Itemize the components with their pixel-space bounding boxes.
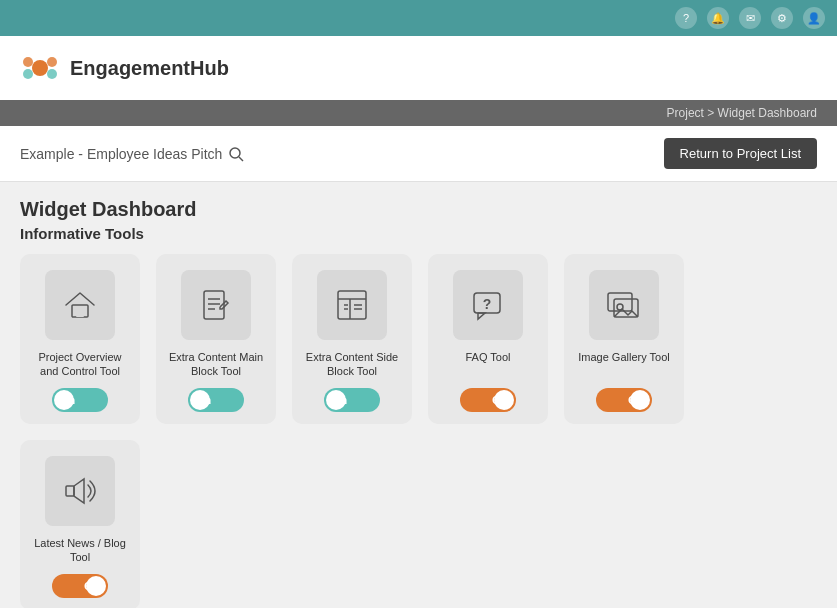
latest-news-toggle[interactable]: Off xyxy=(52,574,108,598)
top-navigation: ? 🔔 ✉ ⚙ 👤 xyxy=(0,0,837,36)
user-icon[interactable]: 👤 xyxy=(803,7,825,29)
extra-content-side-toggle[interactable]: On xyxy=(324,388,380,412)
header-row: Example - Employee Ideas Pitch Return to… xyxy=(0,126,837,182)
faq-toggle-thumb xyxy=(494,390,514,410)
project-overview-toggle[interactable]: On xyxy=(52,388,108,412)
section-title-informative: Informative Tools xyxy=(20,225,817,242)
project-overview-label: Project Overview and Control Tool xyxy=(30,350,130,380)
informative-tools-grid: Project Overview and Control ToolOnExtra… xyxy=(20,254,817,608)
tool-card-project-overview[interactable]: Project Overview and Control ToolOn xyxy=(20,254,140,424)
search-area: Example - Employee Ideas Pitch xyxy=(20,146,244,162)
svg-marker-21 xyxy=(478,313,485,319)
latest-news-toggle-thumb xyxy=(86,576,106,596)
bell-icon[interactable]: 🔔 xyxy=(707,7,729,29)
mail-icon[interactable]: ✉ xyxy=(739,7,761,29)
logo-icon xyxy=(20,48,60,88)
tool-card-latest-news[interactable]: Latest News / Blog ToolOff xyxy=(20,440,140,608)
extra-content-main-icon-box xyxy=(181,270,251,340)
faq-icon-box: ? xyxy=(453,270,523,340)
faq-label: FAQ Tool xyxy=(465,350,510,380)
tool-card-extra-content-main[interactable]: Extra Content Main Block ToolOn xyxy=(156,254,276,424)
image-gallery-icon-box xyxy=(589,270,659,340)
image-gallery-toggle[interactable]: Off xyxy=(596,388,652,412)
faq-toggle[interactable]: Off xyxy=(460,388,516,412)
return-to-project-list-button[interactable]: Return to Project List xyxy=(664,138,817,169)
search-icon[interactable] xyxy=(228,146,244,162)
tool-card-image-gallery[interactable]: Image Gallery ToolOff xyxy=(564,254,684,424)
svg-point-4 xyxy=(47,69,57,79)
svg-point-3 xyxy=(23,69,33,79)
page-title: Widget Dashboard xyxy=(20,198,817,221)
breadcrumb: Project > Widget Dashboard xyxy=(0,100,837,126)
extra-content-main-toggle-thumb xyxy=(190,390,210,410)
svg-rect-8 xyxy=(76,309,84,317)
question-icon[interactable]: ? xyxy=(675,7,697,29)
project-overview-icon-box xyxy=(45,270,115,340)
logo-bar: EngagementHub xyxy=(0,36,837,100)
svg-line-6 xyxy=(239,157,243,161)
svg-point-1 xyxy=(23,57,33,67)
svg-point-0 xyxy=(32,60,48,76)
main-content: Widget Dashboard Informative Tools Proje… xyxy=(0,182,837,608)
extra-content-side-icon-box xyxy=(317,270,387,340)
svg-rect-23 xyxy=(608,293,632,311)
svg-text:?: ? xyxy=(483,296,492,312)
tool-card-faq[interactable]: ?FAQ ToolOff xyxy=(428,254,548,424)
svg-point-2 xyxy=(47,57,57,67)
latest-news-icon-box xyxy=(45,456,115,526)
extra-content-side-label: Extra Content Side Block Tool xyxy=(302,350,402,380)
settings-icon[interactable]: ⚙ xyxy=(771,7,793,29)
svg-point-5 xyxy=(230,148,240,158)
image-gallery-label: Image Gallery Tool xyxy=(578,350,670,380)
svg-rect-26 xyxy=(66,486,74,496)
extra-content-main-label: Extra Content Main Block Tool xyxy=(166,350,266,380)
search-label: Example - Employee Ideas Pitch xyxy=(20,146,222,162)
image-gallery-toggle-thumb xyxy=(630,390,650,410)
tool-card-extra-content-side[interactable]: Extra Content Side Block ToolOn xyxy=(292,254,412,424)
svg-marker-27 xyxy=(74,479,84,503)
extra-content-main-toggle[interactable]: On xyxy=(188,388,244,412)
extra-content-side-toggle-thumb xyxy=(326,390,346,410)
latest-news-label: Latest News / Blog Tool xyxy=(30,536,130,566)
project-overview-toggle-thumb xyxy=(54,390,74,410)
logo-text: EngagementHub xyxy=(70,57,229,80)
